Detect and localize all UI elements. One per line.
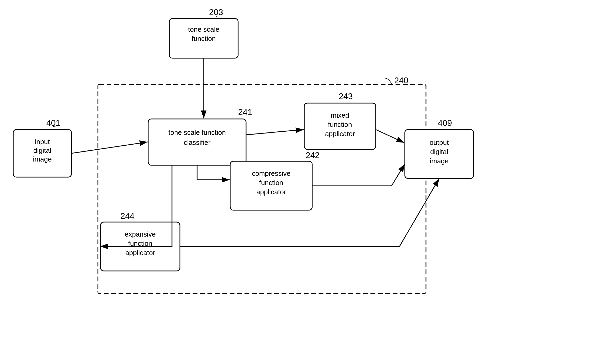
label-241: 241 (238, 107, 252, 117)
label-203: 203 (209, 7, 223, 17)
label-409: 409 (438, 118, 452, 128)
node-input-label-2: digital (33, 146, 51, 154)
node-mixed-label-1: mixed (331, 111, 349, 119)
node-output-label-2: digital (430, 148, 448, 156)
node-input-label-1: input (35, 138, 50, 146)
node-mixed-label-3: applicator (325, 130, 355, 138)
node-tsf-label-2: function (192, 35, 216, 43)
node-mixed-label-2: function (328, 121, 352, 128)
label-401: 401 (46, 118, 60, 128)
arrow-mixed-to-output (376, 130, 404, 143)
diagram-container: 240 input digital image 401 tone scale f… (0, 0, 608, 364)
node-output-label-3: image (430, 157, 449, 165)
label-242: 242 (306, 150, 320, 160)
label-244: 244 (120, 211, 134, 221)
node-classifier-label-2: classifier (184, 139, 210, 146)
arrow-classifier-to-compressive (197, 165, 230, 180)
node-compressive-label-1: compressive (252, 169, 291, 177)
node-tsf-label-1: tone scale (188, 25, 220, 33)
arrow-classifier-to-mixed (246, 130, 304, 135)
node-compressive-label-2: function (259, 179, 283, 187)
node-expansive-label-1: expansive (125, 230, 156, 238)
label-243: 243 (339, 91, 353, 101)
node-compressive-label-3: applicator (256, 188, 286, 196)
node-classifier-label-1: tone scale function (169, 128, 226, 136)
label-240: 240 (394, 76, 408, 85)
arrow-compressive-to-output (312, 164, 405, 186)
arrow-input-to-classifier (71, 142, 148, 153)
node-output-label-1: output (430, 139, 449, 146)
node-expansive-label-3: applicator (125, 249, 155, 257)
node-input-label-3: image (33, 155, 52, 163)
